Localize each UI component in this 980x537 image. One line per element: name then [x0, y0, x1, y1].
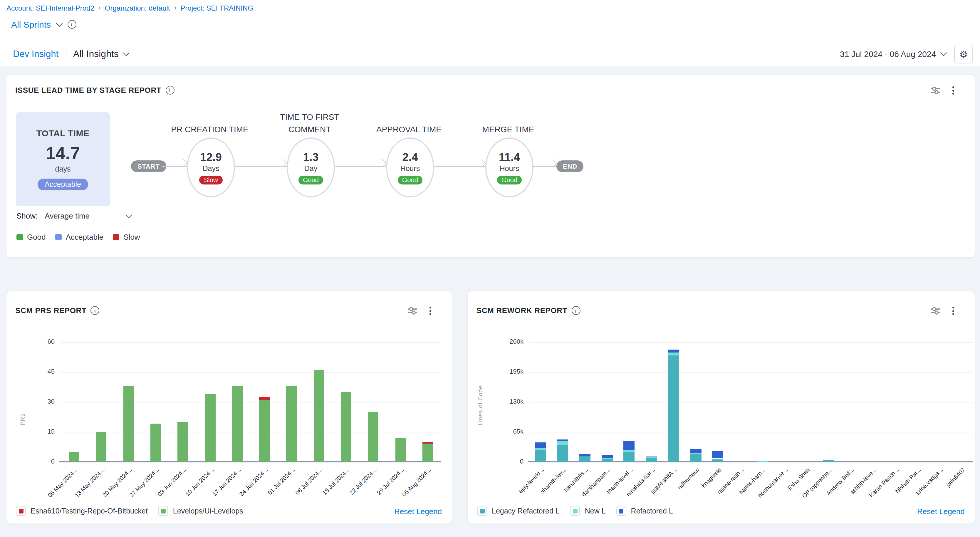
- gridline: [60, 372, 441, 372]
- bar-segment[interactable]: [368, 412, 379, 462]
- stage-rating-badge: Good: [497, 175, 522, 184]
- chart-legend-item[interactable]: Legacy Refactored L: [477, 506, 560, 516]
- bar-segment[interactable]: [668, 353, 679, 355]
- top-strip: Account: SEI-Internal-Prod2 › Organizati…: [0, 0, 980, 42]
- chevron-down-icon[interactable]: [56, 20, 62, 27]
- breadcrumb-project[interactable]: Project: SEI TRAINING: [180, 4, 253, 12]
- app-viewport: Account: SEI-Internal-Prod2 › Organizati…: [0, 0, 980, 537]
- chart-legend-item[interactable]: New L: [570, 506, 606, 516]
- bar-segment[interactable]: [557, 440, 568, 441]
- stage-rating-badge: Slow: [199, 175, 223, 184]
- gear-icon: ⚙: [959, 48, 968, 60]
- bar-segment[interactable]: [535, 448, 546, 450]
- insight-dropdown[interactable]: All Insights: [73, 49, 129, 59]
- bar-segment[interactable]: [690, 448, 701, 453]
- bar-segment[interactable]: [286, 386, 297, 462]
- stage-rating-badge: Good: [298, 175, 323, 184]
- bar-segment[interactable]: [422, 442, 433, 444]
- y-axis-title: Lines of Code: [477, 378, 484, 425]
- chevron-down-icon: [123, 50, 130, 56]
- gridline: [60, 342, 441, 343]
- legend-checkbox[interactable]: [158, 506, 168, 516]
- bar-segment[interactable]: [823, 460, 834, 462]
- breadcrumb-account[interactable]: Account: SEI-Internal-Prod2: [6, 4, 94, 12]
- bar-segment[interactable]: [690, 454, 701, 462]
- x-axis-label: 15 Jul 2024...: [296, 467, 350, 521]
- bar-segment[interactable]: [123, 386, 134, 462]
- gridline: [529, 432, 973, 432]
- legend-checkbox[interactable]: [16, 506, 26, 516]
- bar-segment[interactable]: [601, 459, 612, 459]
- divider: [65, 48, 66, 60]
- bar-segment[interactable]: [624, 450, 635, 451]
- bar-segment[interactable]: [579, 457, 590, 462]
- bar-segment[interactable]: [624, 441, 635, 450]
- stage-name: MERGE TIME: [464, 111, 552, 136]
- bar-segment[interactable]: [690, 453, 701, 454]
- bar-segment[interactable]: [646, 457, 657, 458]
- y-axis-tick-label: 0: [28, 458, 55, 465]
- settings-button[interactable]: ⚙: [954, 44, 973, 64]
- scm-rework-chart: 065k130k195k260kLines of Codeajay-levelo…: [468, 291, 975, 523]
- stage-node-merge-time[interactable]: 11.4 Hours Good: [485, 137, 533, 197]
- bar-segment[interactable]: [205, 394, 215, 462]
- bar-segment[interactable]: [579, 456, 590, 457]
- scm-rework-panel: SCM REWORK REPORT 065k130k195k260kLines …: [467, 291, 975, 524]
- bar-segment[interactable]: [232, 386, 243, 462]
- reset-legend-link[interactable]: Reset Legend: [917, 507, 965, 516]
- y-axis-tick-label: 195k: [496, 368, 523, 375]
- bar-segment[interactable]: [624, 451, 635, 462]
- chart-legend-item[interactable]: Refactored L: [616, 506, 673, 516]
- legend-color-swatch: [19, 508, 23, 513]
- gridline: [60, 402, 441, 402]
- bar-segment[interactable]: [713, 451, 724, 459]
- bar-segment[interactable]: [259, 400, 270, 462]
- bar-segment[interactable]: [96, 432, 107, 462]
- legend-checkbox[interactable]: [570, 506, 580, 516]
- bar-segment[interactable]: [313, 370, 324, 462]
- bar-segment[interactable]: [646, 456, 657, 457]
- bar-segment[interactable]: [69, 452, 79, 462]
- gridline: [529, 342, 973, 343]
- bar-segment[interactable]: [395, 438, 406, 462]
- legend-label: New L: [585, 507, 606, 515]
- y-axis-tick-label: 45: [28, 368, 55, 375]
- bar-segment[interactable]: [668, 356, 679, 462]
- sprint-selector[interactable]: All Sprints: [11, 19, 76, 29]
- bar-segment[interactable]: [601, 459, 612, 462]
- bar-segment[interactable]: [557, 441, 568, 445]
- legend-checkbox[interactable]: [477, 506, 487, 516]
- bar-segment[interactable]: [341, 392, 352, 462]
- stage-node-pr-creation-time[interactable]: 12.9 Days Slow: [187, 137, 235, 197]
- breadcrumb-organization[interactable]: Organization: default: [105, 4, 170, 12]
- bar-segment[interactable]: [668, 350, 679, 353]
- bar-segment[interactable]: [713, 460, 724, 462]
- bar-segment[interactable]: [178, 422, 188, 462]
- bar-segment[interactable]: [601, 455, 612, 459]
- bar-segment[interactable]: [535, 450, 546, 462]
- sprint-selector-label[interactable]: All Sprints: [11, 19, 51, 29]
- legend-checkbox[interactable]: [616, 506, 626, 516]
- bar-segment[interactable]: [422, 444, 433, 462]
- stage-node-time-to-first-comment[interactable]: 1.3 Day Good: [287, 137, 335, 197]
- bar-segment[interactable]: [259, 397, 270, 400]
- chart-legend-item[interactable]: Levelops/Ui-Levelops: [158, 506, 243, 516]
- reset-legend-link[interactable]: Reset Legend: [394, 507, 442, 516]
- flow-arrow: [233, 166, 287, 167]
- stage-node-approval-time[interactable]: 2.4 Hours Good: [386, 137, 434, 197]
- bar-segment[interactable]: [535, 442, 546, 448]
- breadcrumb: Account: SEI-Internal-Prod2 › Organizati…: [6, 4, 253, 12]
- chart-legend-item[interactable]: Esha610/Testing-Repo-Of-Bitbucket: [16, 506, 148, 516]
- insight-breadcrumb-link[interactable]: Dev Insight: [13, 49, 59, 59]
- bar-segment[interactable]: [757, 461, 768, 462]
- bar-segment[interactable]: [579, 454, 590, 456]
- bar-segment[interactable]: [646, 458, 657, 462]
- stage-name: TIME TO FIRST COMMENT: [266, 111, 354, 136]
- lead-time-flow: START PR CREATION TIME 12.9 Days Slow TI…: [6, 75, 975, 257]
- bar-segment[interactable]: [713, 459, 724, 460]
- info-icon[interactable]: [67, 20, 76, 29]
- date-range-picker[interactable]: 31 Jul 2024 - 06 Aug 2024: [840, 49, 946, 59]
- y-axis-title: PRs: [19, 378, 26, 425]
- bar-segment[interactable]: [150, 424, 161, 462]
- bar-segment[interactable]: [557, 445, 568, 462]
